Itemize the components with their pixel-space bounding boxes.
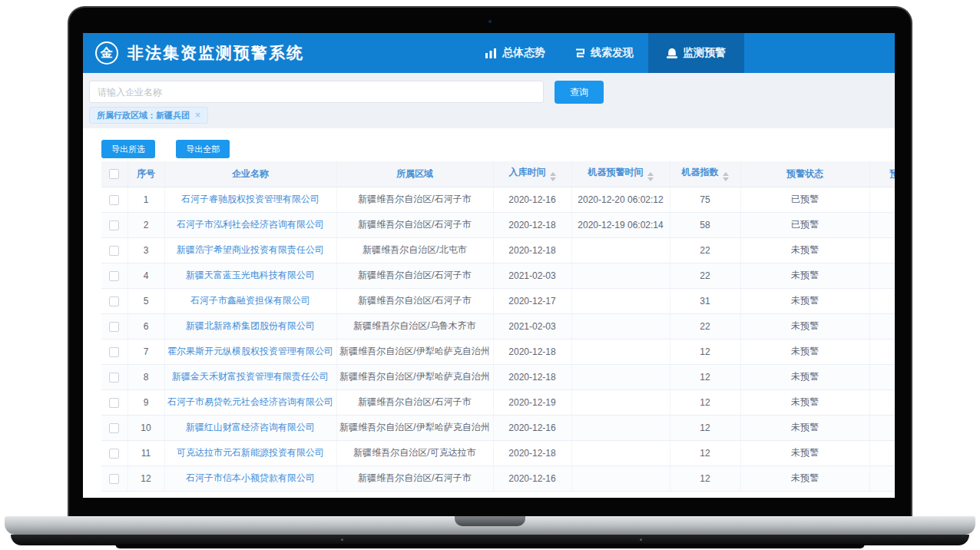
nav-item-overall-situation[interactable]: 总体态势 — [471, 33, 560, 73]
table-row: 5 石河子市鑫融资担保有限公司 新疆维吾尔自治区/石河子市 2020-12-17… — [101, 288, 895, 313]
table-row: 7 霍尔果斯开元纵横股权投资管理有限公司 新疆维吾尔自治区/伊犁哈萨克自治州 2… — [101, 339, 895, 364]
row-index: 6 — [127, 313, 164, 339]
search-bar: 查询 — [83, 73, 895, 105]
company-name-link[interactable]: 新疆天富蓝玉光电科技有限公司 — [186, 270, 315, 280]
app-header: 金 非法集资监测预警系统 总体态势 — [83, 33, 895, 73]
table-row: 6 新疆北新路桥集团股份有限公司 新疆维吾尔自治区/乌鲁木齐市 2021-02-… — [101, 313, 895, 339]
nav-label: 线索发现 — [591, 46, 634, 60]
page-title: 非法集资监测预警系统 — [127, 42, 304, 64]
company-name-link[interactable]: 新疆北新路桥集团股份有限公司 — [186, 320, 315, 331]
query-button[interactable]: 查询 — [555, 81, 604, 104]
col-header-warn-time[interactable]: 机器预警时间 — [571, 161, 670, 187]
row-checkbox[interactable] — [109, 347, 119, 357]
row-checkbox[interactable] — [109, 195, 119, 205]
row-machine-score: 22 — [670, 263, 740, 288]
row-region: 新疆维吾尔自治区/石河子市 — [336, 466, 493, 491]
row-machine-score: 12 — [670, 364, 740, 389]
company-name-link[interactable]: 石河子市泓利社会经济咨询有限公司 — [177, 219, 324, 230]
company-name-link[interactable]: 可克达拉市元石新能源投资有限公司 — [177, 447, 324, 458]
row-region: 新疆维吾尔自治区/石河子市 — [336, 288, 493, 313]
clue-icon — [574, 48, 585, 58]
company-name-link[interactable]: 石河子睿驰股权投资管理有限公司 — [181, 194, 319, 204]
export-all-button[interactable]: 导出全部 — [176, 140, 230, 158]
row-entry-time: 2020-12-16 — [493, 466, 571, 491]
row-region: 新疆维吾尔自治区/乌鲁木齐市 — [336, 313, 493, 339]
row-warn-time — [571, 364, 670, 389]
sort-icon[interactable] — [723, 172, 729, 181]
row-checkbox[interactable] — [109, 220, 119, 230]
nav-label: 监测预警 — [683, 46, 726, 60]
row-checkbox[interactable] — [109, 373, 119, 383]
col-header-score[interactable]: 机器指数 — [670, 161, 740, 187]
row-checkbox[interactable] — [109, 322, 119, 332]
row-checkbox[interactable] — [109, 474, 119, 484]
row-checkbox[interactable] — [109, 271, 119, 281]
row-region: 新疆维吾尔自治区/石河子市 — [336, 212, 493, 237]
row-checkbox[interactable] — [109, 423, 119, 433]
row-region: 新疆维吾尔自治区/石河子市 — [336, 263, 493, 288]
laptop-foot-right — [640, 538, 642, 541]
region-filter-tag: 所属行政区域：新疆兵团 × — [89, 107, 208, 124]
select-all-checkbox[interactable] — [109, 169, 119, 179]
row-entry-time: 2020-12-18 — [493, 212, 571, 237]
company-name-link[interactable]: 石河子市鑫融资担保有限公司 — [190, 295, 310, 306]
company-search-input[interactable] — [89, 81, 544, 103]
company-name-link[interactable]: 新疆金天禾财富投资管理有限责任公司 — [172, 371, 329, 382]
table-row: 10 新疆红山财富经济咨询有限公司 新疆维吾尔自治区/伊犁哈萨克自治州 2020… — [101, 415, 895, 440]
row-checkbox[interactable] — [109, 398, 119, 408]
row-machine-score: 12 — [670, 466, 740, 491]
row-clipped-cell — [869, 288, 895, 313]
laptop-lid-notch — [455, 516, 525, 526]
table-row: 11 可克达拉市元石新能源投资有限公司 新疆维吾尔自治区/可克达拉市 2020-… — [101, 440, 895, 466]
sort-icon[interactable] — [647, 172, 654, 181]
app-window: 金 非法集资监测预警系统 总体态势 — [83, 33, 895, 498]
table-row: 1 石河子睿驰股权投资管理有限公司 新疆维吾尔自治区/石河子市 2020-12-… — [101, 187, 895, 212]
bar-chart-icon — [485, 48, 497, 58]
row-checkbox[interactable] — [109, 449, 119, 459]
row-warn-status: 未预警 — [740, 313, 869, 339]
row-warn-status: 未预警 — [740, 237, 869, 263]
company-name-link[interactable]: 石河子市信本小额贷款有限公司 — [186, 472, 315, 483]
row-entry-time: 2020-12-16 — [493, 187, 571, 212]
row-machine-score: 58 — [670, 212, 740, 237]
row-warn-time: 2020-12-20 06:02:12 — [571, 187, 670, 212]
row-index: 4 — [127, 263, 164, 288]
row-region: 新疆维吾尔自治区/伊犁哈萨克自治州 — [336, 415, 493, 440]
laptop-underside-shadow — [115, 544, 865, 548]
nav-item-clue-discovery[interactable]: 线索发现 — [560, 33, 648, 73]
row-index: 10 — [127, 415, 164, 440]
close-icon[interactable]: × — [195, 110, 200, 121]
row-index: 11 — [127, 440, 164, 466]
col-header-entry-time[interactable]: 入库时间 — [493, 161, 571, 187]
row-checkbox[interactable] — [109, 297, 119, 306]
row-clipped-cell — [869, 313, 895, 339]
row-warn-time — [571, 313, 670, 339]
company-name-link[interactable]: 新疆浩宇希望商业投资有限责任公司 — [177, 244, 324, 255]
row-warn-status: 已预警 — [740, 212, 869, 237]
company-name-link[interactable]: 新疆红山财富经济咨询有限公司 — [186, 422, 315, 432]
row-machine-score: 12 — [670, 339, 740, 364]
row-warn-time — [571, 415, 670, 440]
row-index: 8 — [127, 364, 164, 389]
row-region: 新疆维吾尔自治区/伊犁哈萨克自治州 — [336, 339, 493, 364]
row-warn-time: 2020-12-19 06:02:14 — [571, 212, 670, 237]
row-index: 5 — [127, 288, 164, 313]
sort-icon[interactable] — [550, 172, 556, 181]
row-warn-status: 未预警 — [740, 364, 869, 389]
row-warn-status: 未预警 — [740, 415, 869, 440]
row-region: 新疆维吾尔自治区/石河子市 — [336, 187, 493, 212]
col-header-clipped: 预 — [869, 161, 895, 187]
table-row: 12 石河子市信本小额贷款有限公司 新疆维吾尔自治区/石河子市 2020-12-… — [101, 466, 895, 491]
row-clipped-cell — [869, 187, 895, 212]
company-name-link[interactable]: 石河子市易贷乾元社会经济咨询有限公司 — [167, 396, 333, 407]
header-select-all — [101, 161, 127, 187]
export-selected-button[interactable]: 导出所选 — [101, 140, 155, 158]
table-row: 9 石河子市易贷乾元社会经济咨询有限公司 新疆维吾尔自治区/石河子市 2020-… — [101, 389, 895, 415]
nav-item-monitor-warning[interactable]: 监测预警 — [648, 33, 744, 73]
table-row: 4 新疆天富蓝玉光电科技有限公司 新疆维吾尔自治区/石河子市 2021-02-0… — [101, 263, 895, 288]
row-warn-status: 未预警 — [740, 288, 869, 313]
row-clipped-cell — [869, 212, 895, 237]
col-label: 机器指数 — [682, 167, 719, 177]
company-name-link[interactable]: 霍尔果斯开元纵横股权投资管理有限公司 — [167, 346, 333, 356]
row-checkbox[interactable] — [109, 246, 119, 256]
